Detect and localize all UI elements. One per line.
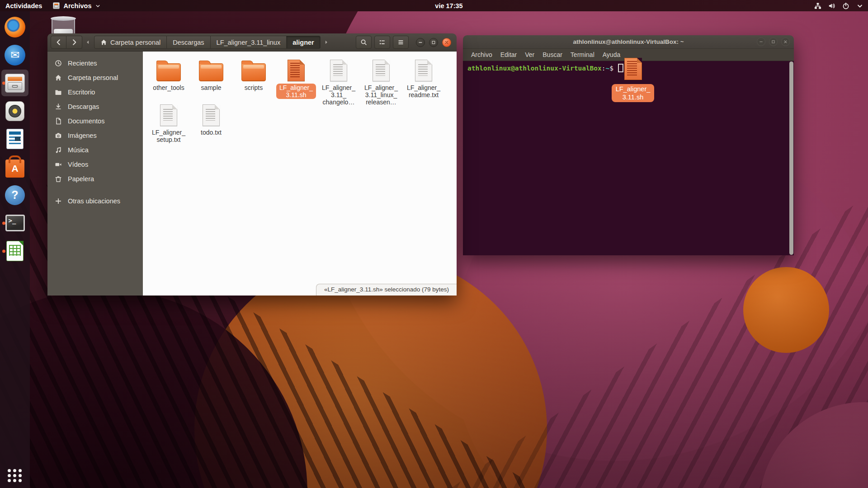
forward-button[interactable]: [66, 36, 82, 49]
file-lf-aligner-3-11-linux-releasen[interactable]: LF_aligner_3.11_linux_releasen…: [360, 60, 402, 104]
sidebar-item-carpeta-personal[interactable]: Carpeta personal: [47, 70, 143, 85]
sidebar-item-m-sica[interactable]: Música: [47, 143, 143, 157]
rhythmbox-icon: [5, 101, 24, 121]
terminal-maximize-button[interactable]: [769, 38, 778, 46]
sidebar-item-descargas[interactable]: Descargas: [47, 99, 143, 114]
show-applications-button[interactable]: [8, 469, 22, 482]
files-headerbar[interactable]: Carpeta personalDescargasLF_aligner_3.11…: [47, 33, 457, 52]
view-toggle-button[interactable]: [374, 36, 390, 49]
files-window: Carpeta personalDescargasLF_aligner_3.11…: [47, 33, 457, 296]
view-list-icon: [379, 39, 386, 46]
sidebar-item-papelera[interactable]: Papelera: [47, 172, 143, 186]
breadcrumb-label: LF_aligner_3.11_linux: [217, 39, 281, 46]
network-icon[interactable]: [814, 2, 821, 9]
dock-rhythmbox[interactable]: [1, 98, 28, 124]
terminal-menu-ver[interactable]: Ver: [521, 51, 538, 58]
app-menu-button[interactable]: Archivos: [53, 2, 101, 9]
sidebar-item-label: Imágenes: [68, 132, 97, 139]
sidebar-item-label: Otras ubicaciones: [68, 197, 120, 205]
clock-icon: [55, 60, 62, 67]
clock[interactable]: vie 17:35: [435, 2, 462, 9]
terminal-menu-archivo[interactable]: Archivo: [467, 51, 496, 58]
drag-ghost-label: LF_aligner_3.11.sh: [612, 84, 655, 102]
app-menu-label: Archivos: [63, 2, 91, 9]
dock-writer[interactable]: [1, 126, 28, 152]
power-icon[interactable]: [842, 2, 849, 9]
dock-files[interactable]: [1, 70, 28, 96]
close-button[interactable]: [442, 38, 451, 47]
terminal-minimize-button[interactable]: [757, 38, 765, 46]
dock-software[interactable]: A: [1, 154, 28, 180]
sidebar-item-label: Vídeos: [68, 161, 88, 168]
file-lf-aligner-setup-txt[interactable]: LF_aligner_setup.txt: [147, 104, 190, 149]
dock-help[interactable]: ?: [1, 182, 28, 208]
sidebar-item-label: Documentos: [68, 117, 104, 125]
sidebar-item-label: Carpeta personal: [68, 74, 118, 81]
hamburger-icon: [397, 39, 404, 46]
file-scripts[interactable]: scripts: [232, 60, 275, 104]
file-lf-aligner-3-11-sh[interactable]: LF_aligner_3.11.sh: [275, 60, 317, 104]
breadcrumb-label: Carpeta personal: [110, 39, 160, 46]
terminal-prompt: athlonlinux@athlonlinux-VirtualBox:~$: [467, 64, 623, 72]
music-icon: [55, 146, 62, 154]
files-body: RecientesCarpeta personalEscritorioDesca…: [47, 52, 457, 296]
breadcrumb: Carpeta personalDescargasLF_aligner_3.11…: [94, 36, 321, 49]
terminal-scrollbar[interactable]: [789, 61, 793, 255]
file-label: sample: [198, 84, 224, 92]
maximize-button[interactable]: [429, 38, 438, 47]
file-other-tools[interactable]: other_tools: [147, 60, 190, 104]
breadcrumb-carpeta-personal[interactable]: Carpeta personal: [94, 36, 167, 49]
folder-icon: [241, 63, 266, 81]
sidebar-item-v-deos[interactable]: Vídeos: [47, 157, 143, 172]
maximize-icon: [771, 39, 776, 44]
terminal-menu-editar[interactable]: Editar: [496, 51, 521, 58]
breadcrumb-aligner[interactable]: aligner: [287, 36, 321, 49]
chevron-right-small-icon: [323, 39, 329, 45]
sidebar-item-documentos[interactable]: Documentos: [47, 114, 143, 128]
dock: ✉A?>_: [0, 11, 30, 488]
file-lf-aligner-3-11-changelo[interactable]: LF_aligner_3.11_changelo…: [317, 60, 360, 104]
terminal-close-button[interactable]: [781, 38, 790, 46]
dock-terminal[interactable]: >_: [1, 210, 28, 236]
back-button[interactable]: [51, 36, 66, 49]
home-icon: [55, 74, 62, 81]
calc-icon: [6, 241, 24, 261]
minimize-button[interactable]: [416, 38, 425, 47]
dock-calc[interactable]: [1, 238, 28, 264]
breadcrumb-descargas[interactable]: Descargas: [167, 36, 210, 49]
activities-button[interactable]: Actividades: [5, 2, 42, 9]
volume-icon[interactable]: [828, 2, 835, 9]
breadcrumb-scroll-left-icon[interactable]: [85, 39, 91, 45]
sidebar-item-escritorio[interactable]: Escritorio: [47, 85, 143, 99]
terminal-titlebar[interactable]: athlonlinux@athlonlinux-VirtualBox: ~: [463, 35, 794, 49]
sidebar-item-im-genes[interactable]: Imágenes: [47, 128, 143, 143]
dock-firefox[interactable]: [1, 14, 28, 40]
maximize-icon: [431, 40, 436, 45]
files-icon: [5, 74, 25, 93]
search-button[interactable]: [356, 36, 372, 49]
sidebar-item-recientes[interactable]: Recientes: [47, 56, 143, 70]
status-bar: «LF_aligner_3.11.sh» seleccionado (79 by…: [316, 284, 457, 296]
terminal-menu-terminal[interactable]: Terminal: [566, 51, 599, 58]
download-icon: [55, 103, 62, 110]
forward-icon: [71, 39, 78, 46]
breadcrumb-lf-aligner-3-11-linux[interactable]: LF_aligner_3.11_linux: [211, 36, 287, 49]
sidebar-item-otras-ubicaciones[interactable]: Otras ubicaciones: [47, 194, 143, 208]
script-file-icon: [624, 58, 642, 80]
file-todo-txt[interactable]: todo.txt: [190, 104, 232, 149]
script-file-icon: [288, 60, 305, 81]
sidebar-item-label: Descargas: [68, 103, 99, 110]
breadcrumb-scroll-right-icon[interactable]: [323, 39, 330, 45]
file-label: scripts: [241, 84, 266, 92]
terminal-menu-buscar[interactable]: Buscar: [538, 51, 566, 58]
menu-button[interactable]: [393, 36, 409, 49]
minimize-icon: [759, 39, 764, 44]
dock-thunderbird[interactable]: ✉: [1, 42, 28, 68]
file-sample[interactable]: sample: [190, 60, 232, 104]
thunderbird-icon: ✉: [5, 45, 25, 66]
file-lf-aligner-readme-txt[interactable]: LF_aligner_readme.txt: [402, 60, 445, 104]
file-label: LF_aligner_setup.txt: [149, 128, 189, 144]
chevron-down-icon[interactable]: [856, 2, 863, 9]
terminal-menu-ayuda[interactable]: Ayuda: [599, 51, 624, 58]
files-content[interactable]: other_toolssamplescriptsLF_aligner_3.11.…: [143, 52, 457, 296]
